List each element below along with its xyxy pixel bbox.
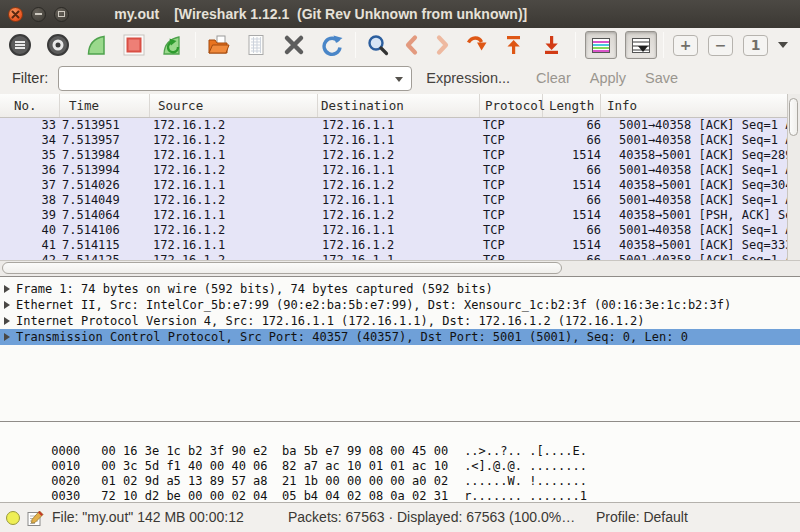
expander-icon[interactable]: [4, 301, 13, 309]
filter-dropdown-chevron-icon[interactable]: [395, 77, 403, 82]
window-minimize-button[interactable]: [31, 7, 46, 22]
filter-combobox[interactable]: [58, 66, 412, 91]
status-packet-counts: Packets: 67563 · Displayed: 67563 (100.0…: [288, 503, 575, 532]
detail-row-frame[interactable]: Frame 1: 74 bytes on wire (592 bits), 74…: [0, 281, 800, 297]
capture-restart-icon: [160, 33, 184, 57]
expander-icon[interactable]: [4, 317, 13, 325]
packet-row[interactable]: 347.513957172.16.1.2172.16.1.1TCP665001→…: [0, 133, 787, 148]
close-file-icon: [282, 33, 306, 57]
capture-start-icon: [84, 33, 108, 57]
go-to-top-icon: [502, 33, 526, 57]
auto-scroll-icon: [632, 38, 650, 53]
zoom-in-button[interactable]: +: [673, 35, 698, 56]
interfaces-button[interactable]: [7, 32, 33, 59]
packet-list-header: No. Time Source Destination Protocol Len…: [0, 94, 800, 118]
save-file-button[interactable]: [243, 32, 269, 59]
column-header-length[interactable]: Length: [543, 94, 601, 117]
expander-icon[interactable]: [4, 333, 13, 341]
go-back-icon: [403, 33, 421, 57]
go-to-top-button[interactable]: [501, 32, 527, 59]
capture-options-button[interactable]: [45, 32, 71, 59]
packet-row[interactable]: 337.513951172.16.1.2172.16.1.1TCP665001→…: [0, 118, 787, 133]
save-button[interactable]: Save: [645, 70, 678, 86]
title-bar: my.out[Wireshark 1.12.1 (Git Rev Unknown…: [0, 0, 800, 28]
column-header-no[interactable]: No.: [0, 94, 60, 117]
packet-row[interactable]: 367.513994172.16.1.2172.16.1.1TCP665001→…: [0, 163, 787, 178]
close-file-button[interactable]: [281, 32, 307, 59]
maximize-icon: [58, 11, 65, 17]
interfaces-icon: [8, 33, 32, 57]
column-header-source[interactable]: Source: [150, 94, 318, 117]
detail-row-tcp-selected[interactable]: Transmission Control Protocol, Src Port:…: [0, 329, 800, 345]
filter-label: Filter:: [12, 70, 48, 86]
expression-button[interactable]: Expression...: [426, 70, 510, 86]
colorize-packets-toggle[interactable]: [585, 31, 617, 59]
zoom-out-button[interactable]: −: [708, 35, 733, 56]
wireshark-window: my.out[Wireshark 1.12.1 (Git Rev Unknown…: [0, 0, 800, 532]
column-header-time[interactable]: Time: [60, 94, 150, 117]
reload-icon: [320, 33, 344, 57]
go-to-packet-button[interactable]: [463, 32, 489, 59]
packet-row[interactable]: 427.514125172.16.1.2172.16.1.1TCP665001→…: [0, 253, 787, 260]
packet-rows: 337.513951172.16.1.2172.16.1.1TCP665001→…: [0, 118, 787, 260]
packet-list-pane: No. Time Source Destination Protocol Len…: [0, 94, 800, 276]
open-file-icon: [206, 33, 230, 57]
capture-restart-button[interactable]: [159, 32, 185, 59]
capture-comment-icon[interactable]: [27, 510, 44, 527]
toolbar-separator: [195, 32, 196, 58]
close-icon: [11, 10, 20, 19]
status-bar: File: "my.out" 142 MB 00:00:12 Packets: …: [0, 502, 800, 532]
open-file-button[interactable]: [205, 32, 231, 59]
go-back-button[interactable]: [403, 32, 421, 59]
column-header-protocol[interactable]: Protocol: [480, 94, 543, 117]
apply-button[interactable]: Apply: [590, 70, 626, 86]
minimize-icon: [35, 13, 42, 15]
clear-button[interactable]: Clear: [536, 70, 571, 86]
column-header-info[interactable]: Info: [601, 94, 800, 117]
status-profile[interactable]: Profile: Default: [596, 503, 688, 532]
find-icon: [366, 33, 390, 57]
toolbar-overflow-chevron-icon[interactable]: [778, 42, 788, 48]
status-file-info: File: "my.out" 142 MB 00:00:12: [52, 503, 244, 532]
capture-start-button[interactable]: [83, 32, 109, 59]
filter-input[interactable]: [63, 68, 383, 89]
expander-icon[interactable]: [4, 285, 13, 293]
go-to-bottom-button[interactable]: [539, 32, 565, 59]
capture-stop-button[interactable]: [121, 32, 147, 59]
main-toolbar: + − 1: [0, 28, 800, 62]
save-file-icon: [244, 33, 268, 57]
column-header-destination[interactable]: Destination: [318, 94, 480, 117]
auto-scroll-toggle[interactable]: [625, 31, 657, 59]
packet-list-horizontal-scrollbar[interactable]: [0, 260, 800, 276]
go-forward-icon: [433, 33, 451, 57]
packet-row[interactable]: 377.514026172.16.1.1172.16.1.2TCP1514403…: [0, 178, 787, 193]
hex-row[interactable]: 000000 16 3e 1c b2 3f 90 e2 ba 5b e7 99 …: [8, 430, 800, 445]
filter-bar: Filter: Expression... Clear Apply Save: [0, 62, 800, 94]
go-to-packet-icon: [464, 33, 488, 57]
packet-row[interactable]: 407.514106172.16.1.2172.16.1.1TCP665001→…: [0, 223, 787, 238]
go-to-bottom-icon: [540, 33, 564, 57]
toolbar-separator: [663, 32, 664, 58]
packet-row[interactable]: 417.514115172.16.1.1172.16.1.2TCP1514403…: [0, 238, 787, 253]
toolbar-separator: [355, 32, 356, 58]
packet-details-pane: Frame 1: 74 bytes on wire (592 bits), 74…: [0, 276, 800, 422]
window-close-button[interactable]: [8, 7, 23, 22]
scrollbar-thumb[interactable]: [789, 98, 798, 136]
colorize-icon: [592, 38, 610, 53]
detail-row-ip[interactable]: Internet Protocol Version 4, Src: 172.16…: [0, 313, 800, 329]
detail-row-ethernet[interactable]: Ethernet II, Src: IntelCor_5b:e7:99 (90:…: [0, 297, 800, 313]
reload-button[interactable]: [319, 32, 345, 59]
scrollbar-thumb[interactable]: [2, 262, 562, 274]
find-button[interactable]: [365, 32, 391, 59]
go-forward-button[interactable]: [433, 32, 451, 59]
capture-stop-icon: [122, 33, 146, 57]
packet-row[interactable]: 387.514049172.16.1.2172.16.1.1TCP665001→…: [0, 193, 787, 208]
zoom-original-button[interactable]: 1: [743, 35, 768, 56]
packet-row[interactable]: 357.513984172.16.1.1172.16.1.2TCP1514403…: [0, 148, 787, 163]
capture-options-icon: [46, 33, 70, 57]
expert-info-icon[interactable]: [6, 511, 20, 525]
toolbar-separator: [575, 32, 576, 58]
packet-row[interactable]: 397.514064172.16.1.1172.16.1.2TCP1514403…: [0, 208, 787, 223]
window-maximize-button[interactable]: [54, 7, 69, 22]
packet-list-vertical-scrollbar[interactable]: [787, 94, 800, 260]
